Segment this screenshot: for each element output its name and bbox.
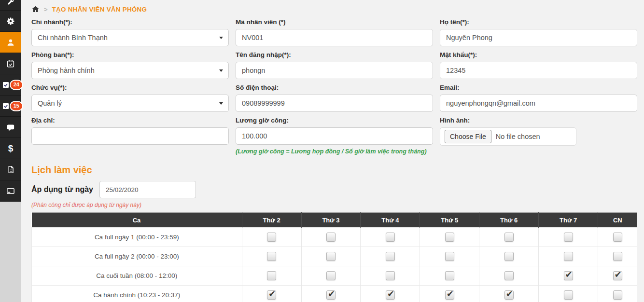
schedule-checkbox[interactable] — [326, 252, 336, 261]
schedule-checkbox[interactable] — [326, 271, 336, 280]
full-name-input[interactable] — [440, 29, 637, 46]
page-title: TẠO NHÂN VIÊN VĂN PHÒNG — [52, 6, 147, 13]
schedule-checkbox[interactable] — [386, 233, 395, 242]
schedule-cell — [242, 228, 301, 247]
schedule-checkbox[interactable] — [267, 271, 276, 280]
schedule-checkbox[interactable] — [504, 271, 514, 280]
schedule-cell — [598, 247, 637, 266]
shift-label: Ca full ngày 2 (00:00 - 23:00) — [32, 247, 242, 266]
schedule-checkbox[interactable] — [386, 271, 395, 280]
apply-date-row: Áp dụng từ ngày — [31, 181, 637, 198]
schedule-table-row: Ca cuối tuần (08:00 - 12:00) — [32, 266, 637, 286]
schedule-cell — [598, 286, 637, 302]
employee-form: Chi nhánh(*): Chi nhánh Bình Thạnh Mã nh… — [31, 16, 637, 158]
password-label: Mật khẩu(*): — [440, 51, 637, 58]
user-icon — [6, 38, 15, 47]
schedule-checkbox[interactable] — [445, 290, 454, 300]
schedule-checkbox[interactable] — [445, 233, 454, 242]
schedule-checkbox[interactable] — [613, 233, 622, 242]
gear-icon — [6, 17, 15, 26]
apply-date-label: Áp dụng từ ngày — [31, 185, 93, 194]
schedule-checkbox[interactable] — [613, 252, 622, 261]
hourly-wage-input[interactable] — [236, 127, 433, 145]
apply-date-input[interactable] — [99, 181, 196, 198]
sidebar-item-payroll[interactable]: $ — [0, 138, 21, 159]
email-input[interactable] — [440, 95, 637, 112]
field-hourly-wage: Lương giờ công: (Lương giờ công = Lương … — [236, 115, 433, 155]
sidebar-item-settings[interactable] — [0, 11, 21, 32]
image-file-input[interactable]: Choose File No file chosen — [440, 127, 576, 146]
schedule-cell — [479, 247, 539, 266]
schedule-checkbox[interactable] — [326, 290, 336, 300]
day-column-header: Thứ 6 — [479, 213, 539, 228]
calendar-check-icon — [6, 59, 15, 68]
home-icon[interactable] — [31, 5, 40, 13]
schedule-cell — [301, 247, 361, 266]
sidebar-item-cards[interactable] — [0, 180, 21, 202]
schedule-cell — [301, 286, 361, 302]
schedule-checkbox[interactable] — [445, 271, 454, 280]
chat-icon — [6, 123, 15, 132]
employee-code-input[interactable] — [236, 29, 433, 46]
schedule-checkbox[interactable] — [564, 233, 573, 242]
field-image: Hình ảnh: Choose File No file chosen — [440, 115, 637, 155]
employee-code-label: Mã nhân viên (*) — [236, 18, 433, 26]
shift-column-header: Ca — [32, 213, 242, 228]
schedule-checkbox[interactable] — [613, 271, 622, 280]
schedule-cell — [539, 228, 598, 247]
sidebar-item-checkout[interactable]: 15 — [0, 96, 21, 117]
day-column-header: Thứ 4 — [361, 213, 420, 228]
sidebar-item-checkin[interactable]: 24 — [0, 74, 21, 96]
branch-select[interactable]: Chi nhánh Bình Thạnh — [31, 29, 229, 46]
schedule-cell — [539, 266, 598, 286]
sidebar-item-schedule[interactable] — [0, 53, 21, 74]
sidebar-item-reports[interactable] — [0, 159, 21, 180]
password-input[interactable] — [440, 62, 637, 79]
full-name-label: Họ tên(*): — [440, 18, 637, 26]
chevron-down-icon — [219, 69, 223, 72]
schedule-checkbox[interactable] — [326, 233, 336, 242]
schedule-checkbox[interactable] — [386, 290, 395, 300]
apply-date-note: (Phân công chỉ được áp dụng từ ngày này) — [31, 202, 637, 208]
address-input[interactable] — [31, 127, 229, 145]
schedule-cell — [301, 228, 361, 247]
schedule-checkbox[interactable] — [267, 290, 276, 300]
sidebar: 24 15 $ — [0, 0, 21, 302]
schedule-checkbox[interactable] — [504, 252, 514, 261]
schedule-checkbox[interactable] — [613, 290, 622, 300]
field-branch: Chi nhánh(*): Chi nhánh Bình Thạnh — [31, 16, 229, 46]
choose-file-button[interactable]: Choose File — [445, 130, 491, 143]
schedule-cell — [361, 228, 420, 247]
schedule-table-row: Ca hành chính (10:23 - 20:37) — [32, 286, 637, 302]
field-username: Tên đăng nhập(*): — [236, 49, 433, 79]
sidebar-item-employees[interactable] — [0, 32, 21, 53]
schedule-checkbox[interactable] — [564, 252, 573, 261]
schedule-checkbox[interactable] — [386, 252, 395, 261]
schedule-cell — [420, 266, 479, 286]
schedule-table-row: Ca full ngày 2 (00:00 - 23:00) — [32, 247, 637, 266]
day-column-header: CN — [598, 213, 637, 228]
chevron-down-icon — [219, 37, 223, 39]
phone-input[interactable] — [236, 95, 433, 112]
schedule-checkbox[interactable] — [445, 252, 454, 261]
field-password: Mật khẩu(*): — [440, 49, 637, 79]
sidebar-item-tools[interactable] — [0, 0, 21, 11]
hourly-wage-note: (Lương giờ công = Lương hợp đồng / Số gi… — [236, 148, 433, 155]
schedule-checkbox[interactable] — [564, 290, 573, 300]
schedule-cell — [301, 266, 361, 286]
wrench-icon — [6, 0, 15, 7]
schedule-checkbox[interactable] — [504, 290, 514, 300]
schedule-checkbox[interactable] — [564, 271, 573, 280]
day-column-header: Thứ 7 — [539, 213, 598, 228]
position-select[interactable]: Quản lý — [31, 95, 229, 112]
department-select[interactable]: Phòng hành chính — [31, 62, 229, 79]
email-label: Email: — [440, 84, 637, 91]
breadcrumb-separator-icon: > — [44, 6, 48, 13]
schedule-checkbox[interactable] — [504, 233, 514, 242]
username-label: Tên đăng nhập(*): — [236, 51, 433, 58]
schedule-checkbox[interactable] — [267, 252, 276, 261]
sidebar-item-messages[interactable] — [0, 117, 21, 138]
checkout-count-badge: 15 — [10, 101, 23, 111]
username-input[interactable] — [236, 62, 433, 79]
schedule-checkbox[interactable] — [267, 233, 276, 242]
